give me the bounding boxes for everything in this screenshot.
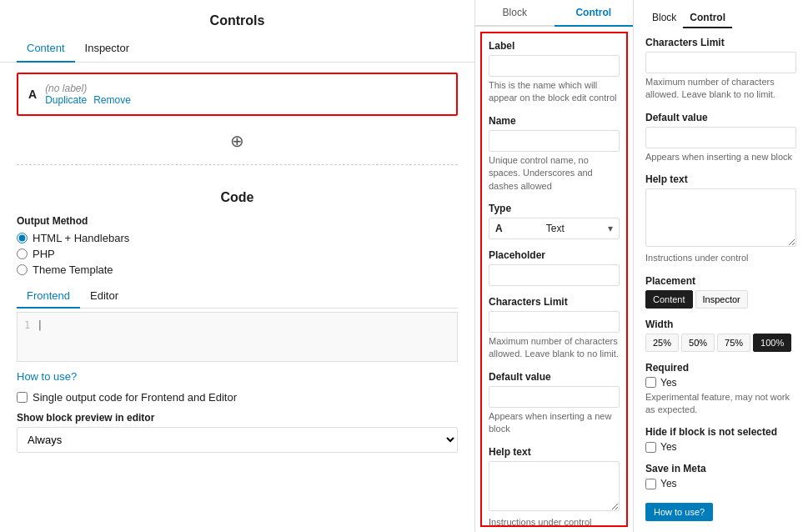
right-chars-limit-hint: Maximum number of characters allowed. Le… — [645, 76, 796, 102]
help-text-textarea[interactable] — [489, 461, 620, 511]
remove-link[interactable]: Remove — [93, 94, 131, 106]
code-content: Output Method HTML + Handlebars PHP Them… — [0, 208, 474, 459]
label-input[interactable] — [489, 55, 620, 77]
radio-php-label: PHP — [33, 248, 55, 260]
content-area: A (no label) Duplicate Remove ⊕ — [0, 63, 474, 183]
controls-title: Controls — [17, 13, 458, 28]
type-value: Text — [546, 223, 565, 234]
how-to-use-button[interactable]: How to use? — [645, 503, 713, 521]
how-to-use-link[interactable]: How to use? — [17, 370, 77, 383]
line-number: 1 — [24, 319, 30, 331]
label-hint: This is the name which will appear on th… — [489, 79, 620, 105]
right-tab-block[interactable]: Block — [645, 8, 683, 28]
code-title: Code — [17, 190, 458, 205]
placement-btn-content[interactable]: Content — [645, 290, 693, 309]
right-save-meta-group: Save in Meta Yes — [645, 463, 796, 489]
code-editor: 1 | — [17, 312, 458, 362]
right-help-text-label: Help text — [645, 173, 796, 185]
show-preview-label: Show block preview in editor — [17, 412, 458, 424]
block-actions: Duplicate Remove — [45, 94, 131, 106]
single-output-row[interactable]: Single output code for Frontend and Edit… — [17, 391, 458, 404]
radio-theme-input[interactable] — [17, 264, 28, 275]
single-output-checkbox[interactable] — [17, 392, 28, 403]
placement-btn-inspector[interactable]: Inspector — [695, 290, 748, 309]
right-chars-limit-group: Characters Limit Maximum number of chara… — [645, 37, 796, 102]
required-yes-label: Yes — [660, 377, 677, 389]
field-group-default: Default value Appears when inserting a n… — [489, 371, 620, 436]
mid-tab-control[interactable]: Control — [555, 0, 634, 27]
left-panel: Controls Content Inspector A (no label) … — [0, 0, 475, 532]
output-method-group: HTML + Handlebars PHP Theme Template — [17, 232, 458, 276]
duplicate-link[interactable]: Duplicate — [45, 94, 87, 106]
block-no-label: (no label) — [45, 83, 131, 94]
hide-checkbox[interactable] — [645, 442, 656, 453]
width-buttons: 25% 50% 75% 100% — [645, 334, 796, 352]
right-chars-limit-label: Characters Limit — [645, 37, 796, 48]
type-select[interactable]: A Text ▾ — [489, 218, 620, 239]
width-btn-75[interactable]: 75% — [717, 334, 750, 352]
radio-php-input[interactable] — [17, 248, 28, 259]
code-tab-editor[interactable]: Editor — [80, 284, 128, 309]
radio-php[interactable]: PHP — [17, 248, 458, 260]
save-meta-row[interactable]: Yes — [645, 478, 796, 489]
chars-limit-label: Characters Limit — [489, 296, 620, 308]
right-default-value-hint: Appears when inserting a new block — [645, 151, 796, 163]
middle-panel: Block Control Label This is the name whi… — [475, 0, 634, 532]
block-meta: (no label) Duplicate Remove — [45, 83, 131, 106]
name-input[interactable] — [489, 130, 620, 152]
right-chars-limit-input[interactable] — [645, 52, 796, 73]
right-panel: Block Control Characters Limit Maximum n… — [634, 0, 808, 532]
right-placement-group: Placement Content Inspector — [645, 275, 796, 309]
single-output-label: Single output code for Frontend and Edit… — [33, 391, 237, 404]
radio-html[interactable]: HTML + Handlebars — [17, 232, 458, 244]
placeholder-input[interactable] — [489, 264, 620, 286]
mid-border-area: Label This is the name which will appear… — [480, 32, 628, 527]
radio-theme[interactable]: Theme Template — [17, 263, 458, 276]
field-group-name: Name Unique control name, no spaces. Und… — [489, 115, 620, 193]
required-checkbox[interactable] — [645, 377, 656, 388]
right-help-text-hint: Instructions under control — [645, 252, 796, 264]
width-btn-100[interactable]: 100% — [753, 334, 791, 352]
code-section-header: Code — [0, 183, 474, 208]
name-field-label: Name — [489, 115, 620, 127]
right-help-text-textarea[interactable] — [645, 188, 796, 247]
help-text-hint: Instructions under control — [489, 516, 620, 527]
hide-row[interactable]: Yes — [645, 441, 796, 453]
default-value-input[interactable] — [489, 386, 620, 408]
block-item: A (no label) Duplicate Remove — [17, 73, 458, 116]
label-field-label: Label — [489, 40, 620, 52]
right-default-value-label: Default value — [645, 112, 796, 123]
field-group-help: Help text Instructions under control — [489, 446, 620, 527]
right-default-value-input[interactable] — [645, 127, 796, 148]
how-to-use-section: How to use? — [17, 370, 458, 383]
width-btn-25[interactable]: 25% — [645, 334, 679, 352]
controls-header: Controls — [0, 0, 474, 35]
code-tab-frontend[interactable]: Frontend — [17, 284, 80, 309]
right-required-group: Required Yes Experimental feature, may n… — [645, 362, 796, 417]
block-icon: A — [28, 88, 37, 101]
content-inspector-tabs: Content Inspector — [0, 35, 474, 63]
code-tabs-row: Frontend Editor — [17, 284, 458, 309]
field-group-placeholder: Placeholder — [489, 249, 620, 286]
required-row[interactable]: Yes — [645, 377, 796, 389]
add-block-button[interactable]: ⊕ — [230, 131, 244, 151]
right-width-label: Width — [645, 319, 796, 330]
chars-limit-input[interactable] — [489, 311, 620, 333]
name-hint: Unique control name, no spaces. Undersco… — [489, 154, 620, 193]
code-cursor: | — [37, 319, 43, 331]
save-meta-yes-label: Yes — [660, 478, 677, 489]
tab-content[interactable]: Content — [17, 35, 75, 63]
right-required-label: Required — [645, 362, 796, 374]
chars-limit-hint: Maximum number of characters allowed. Le… — [489, 335, 620, 361]
width-btn-50[interactable]: 50% — [681, 334, 715, 352]
mid-tab-block[interactable]: Block — [475, 0, 555, 27]
radio-html-input[interactable] — [17, 233, 28, 243]
tab-inspector[interactable]: Inspector — [75, 35, 139, 63]
show-preview-select[interactable]: Always — [17, 427, 458, 453]
placeholder-field-label: Placeholder — [489, 249, 620, 261]
right-save-meta-label: Save in Meta — [645, 463, 796, 474]
right-default-value-group: Default value Appears when inserting a n… — [645, 112, 796, 163]
placement-buttons: Content Inspector — [645, 290, 796, 309]
save-meta-checkbox[interactable] — [645, 479, 656, 489]
right-tab-control[interactable]: Control — [683, 8, 732, 28]
